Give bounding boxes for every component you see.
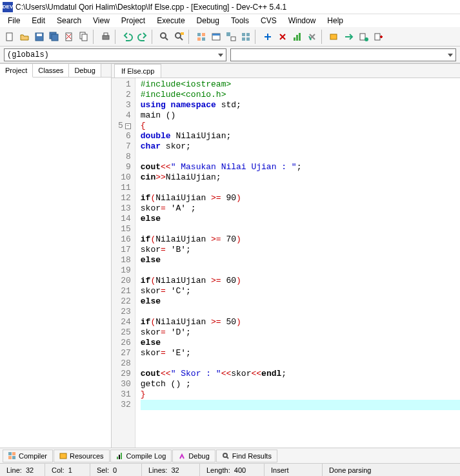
debug-icon (178, 452, 186, 460)
svg-rect-36 (60, 453, 66, 459)
svg-rect-2 (37, 34, 42, 36)
bottom-tab-debug[interactable]: Debug (172, 450, 215, 462)
svg-point-30 (365, 37, 368, 41)
find-results-icon (222, 452, 230, 460)
redo-button[interactable] (135, 30, 150, 44)
status-sel: Sel: 0 (90, 464, 142, 476)
menu-cvs[interactable]: CVS (255, 15, 282, 26)
bottom-tab-find-results[interactable]: Find Results (216, 450, 277, 462)
replace-button[interactable] (172, 30, 186, 44)
svg-rect-18 (212, 34, 220, 36)
save-all-button[interactable] (47, 30, 61, 44)
editor-panel: If Else.cpp 12345−6789101112131415161718… (112, 64, 460, 448)
svg-rect-4 (52, 34, 58, 41)
find-button[interactable] (157, 30, 172, 44)
scope-combo[interactable]: (globals) (4, 48, 226, 61)
svg-rect-34 (8, 456, 12, 459)
menu-edit[interactable]: Edit (26, 15, 50, 26)
print-button[interactable] (99, 30, 113, 44)
svg-rect-14 (202, 33, 205, 36)
status-length: Length: 400 (200, 464, 265, 476)
menubar: FileEditSearchViewProjectExecuteDebugToo… (0, 14, 460, 27)
menu-project[interactable]: Project (116, 15, 150, 26)
compiler-icon (8, 452, 16, 460)
status-col: Col: 1 (45, 464, 90, 476)
svg-rect-25 (294, 37, 295, 41)
svg-rect-24 (246, 37, 250, 41)
open-button[interactable] (17, 30, 32, 44)
close-button[interactable] (62, 30, 76, 44)
status-line: Line: 32 (0, 464, 45, 476)
svg-rect-38 (119, 455, 120, 459)
window-title: C:\Users\Umdatul Qori Halim\Desktop\If E… (15, 3, 286, 12)
svg-rect-27 (299, 33, 301, 41)
left-panel: ProjectClassesDebug (0, 64, 112, 448)
code-editor[interactable]: 12345−6789101112131415161718192021222324… (112, 78, 460, 448)
bookmark-button[interactable] (372, 30, 386, 44)
code-content[interactable]: #include<iostream>#include<conio.h>using… (135, 78, 460, 448)
statusbar: Line: 32 Col: 1 Sel: 0 Lines: 32 Length:… (0, 463, 460, 476)
new-class-button[interactable] (327, 30, 341, 44)
compile-button[interactable] (194, 30, 208, 44)
svg-rect-33 (12, 452, 15, 455)
svg-rect-23 (242, 37, 245, 41)
svg-rect-28 (330, 34, 337, 39)
insert-button[interactable] (357, 30, 371, 44)
menu-view[interactable]: View (88, 15, 115, 26)
left-tab-project[interactable]: Project (0, 64, 33, 78)
svg-rect-12 (181, 32, 184, 35)
editor-tab-active[interactable]: If Else.cpp (114, 64, 161, 78)
svg-rect-19 (226, 32, 230, 36)
editor-tabs: If Else.cpp (112, 64, 460, 78)
menu-file[interactable]: File (3, 15, 25, 26)
goto-button[interactable] (342, 30, 356, 44)
status-parse: Done parsing (323, 464, 460, 476)
svg-rect-32 (8, 452, 12, 455)
left-tab-classes[interactable]: Classes (33, 64, 69, 77)
svg-rect-39 (121, 453, 122, 459)
svg-point-10 (161, 33, 166, 38)
menu-help[interactable]: Help (322, 15, 348, 26)
menu-debug[interactable]: Debug (192, 15, 225, 26)
titlebar: DEV C:\Users\Umdatul Qori Halim\Desktop\… (0, 0, 460, 14)
compile-run-button[interactable] (224, 30, 238, 44)
rebuild-button[interactable] (239, 30, 253, 44)
profile-button[interactable] (290, 30, 305, 44)
svg-rect-20 (231, 37, 235, 41)
undo-button[interactable] (121, 30, 135, 44)
menu-execute[interactable]: Execute (152, 15, 190, 26)
menu-tools[interactable]: Tools (226, 15, 254, 26)
save-button[interactable] (32, 30, 46, 44)
svg-rect-31 (375, 34, 380, 40)
bottom-tabs: CompilerResourcesCompile LogDebugFind Re… (0, 448, 460, 463)
svg-rect-16 (202, 37, 205, 41)
resources-icon (59, 452, 67, 460)
status-lines: Lines: 32 (142, 464, 200, 476)
menu-search[interactable]: Search (52, 15, 86, 26)
menu-window[interactable]: Window (283, 15, 321, 26)
clean-button[interactable] (305, 30, 319, 44)
debug-button[interactable] (261, 30, 275, 44)
svg-point-11 (175, 33, 181, 38)
toolbar (0, 27, 460, 47)
dropdown-bar: (globals) (0, 47, 460, 63)
svg-rect-15 (197, 37, 201, 41)
app-icon: DEV (3, 2, 13, 12)
svg-rect-37 (117, 457, 118, 459)
fold-icon[interactable]: − (125, 123, 131, 129)
run-button[interactable] (209, 30, 223, 44)
svg-rect-21 (242, 33, 245, 36)
left-tabs: ProjectClassesDebug (0, 64, 111, 78)
bottom-tab-compiler[interactable]: Compiler (3, 450, 53, 462)
status-mode: Insert (265, 464, 323, 476)
svg-rect-22 (246, 33, 250, 36)
compile-log-icon (116, 452, 124, 460)
new-file-button[interactable] (3, 30, 17, 44)
left-tab-debug[interactable]: Debug (69, 64, 101, 77)
bottom-tab-resources[interactable]: Resources (54, 450, 110, 462)
close-all-button[interactable] (77, 30, 91, 44)
stop-button[interactable] (275, 30, 290, 44)
member-combo[interactable] (230, 48, 456, 61)
svg-rect-7 (82, 34, 87, 41)
bottom-tab-compile-log[interactable]: Compile Log (110, 450, 172, 462)
